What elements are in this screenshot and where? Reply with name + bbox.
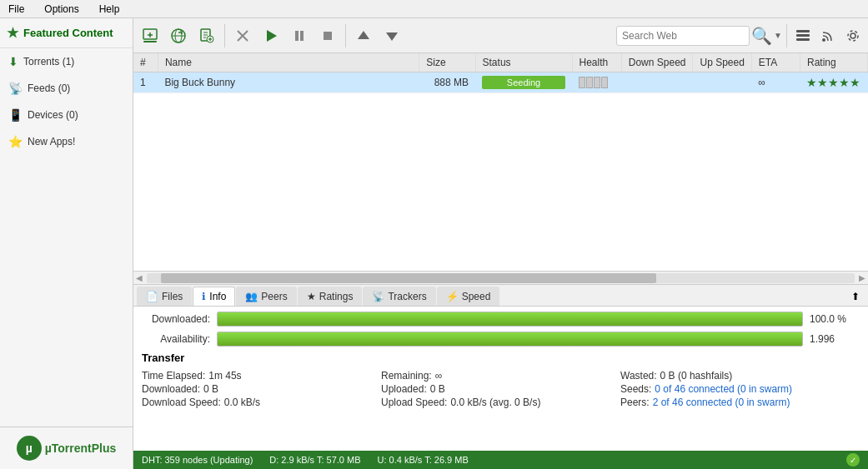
up-status: U: 0.4 kB/s T: 26.9 MB xyxy=(378,455,469,465)
row-rating: ★★★★★ xyxy=(800,72,867,93)
move-up-icon xyxy=(355,27,372,44)
sidebar: ★ Featured Content ⬇ Torrents (1) 📡 Feed… xyxy=(0,18,133,469)
tab-info[interactable]: ℹ Info xyxy=(193,287,235,306)
col-header-rating[interactable]: Rating xyxy=(800,53,867,72)
search-dropdown-icon[interactable]: ▼ xyxy=(774,31,782,40)
upload-speed-val: 0.0 kB/s (avg. 0 B/s) xyxy=(450,397,540,408)
torrents-label: Torrents (1) xyxy=(23,56,74,67)
files-tab-icon: 📄 xyxy=(146,291,158,302)
move-down-icon xyxy=(384,27,400,44)
sidebar-item-torrents[interactable]: ⬇ Torrents (1) xyxy=(0,48,133,75)
scroll-right-arrow[interactable]: ▶ xyxy=(856,273,868,282)
rss-icon xyxy=(820,28,835,43)
menu-help[interactable]: Help xyxy=(94,2,125,17)
uploaded-item: Uploaded: 0 B xyxy=(381,382,620,396)
availability-row: Availability: 1.996 xyxy=(142,332,860,347)
svg-marker-18 xyxy=(267,30,277,42)
list-view-icon xyxy=(795,28,810,43)
pause-icon xyxy=(291,27,308,44)
svg-marker-23 xyxy=(386,32,398,41)
tab-speed[interactable]: ⚡ Speed xyxy=(437,287,500,306)
move-up-button[interactable] xyxy=(350,22,377,49)
uploaded-key: Uploaded: xyxy=(381,383,427,395)
view-list-button[interactable] xyxy=(791,24,815,47)
row-eta: ∞ xyxy=(751,72,800,93)
add-torrent-button[interactable] xyxy=(137,22,163,49)
scroll-left-arrow[interactable]: ◀ xyxy=(133,273,145,282)
rss-button[interactable] xyxy=(816,24,840,47)
sidebar-item-devices[interactable]: 📱 Devices (0) xyxy=(0,102,133,128)
create-torrent-button[interactable] xyxy=(193,22,220,49)
transfer-col-3: Wasted: 0 B (0 hashfails) Seeds: 0 of 46… xyxy=(620,369,860,409)
devices-icon: 📱 xyxy=(8,108,23,122)
add-url-icon xyxy=(170,27,187,44)
downloaded-key: Downloaded: xyxy=(142,383,200,395)
availability-val: 1.996 xyxy=(810,333,860,345)
row-up xyxy=(693,72,751,93)
main-layout: ★ Featured Content ⬇ Torrents (1) 📡 Feed… xyxy=(0,18,868,469)
time-elapsed-item: Time Elapsed: 1m 45s xyxy=(142,369,381,382)
torrent-scroll[interactable]: # Name Size Status Health Down Speed Up … xyxy=(133,53,868,271)
add-torrent-icon xyxy=(142,27,158,44)
col-header-num[interactable]: # xyxy=(133,53,158,72)
wasted-val: 0 B (0 hashfails) xyxy=(660,370,733,382)
row-name: Big Buck Bunny xyxy=(158,72,419,93)
add-url-button[interactable] xyxy=(165,22,192,49)
logo-icon: µ xyxy=(17,436,42,461)
upload-speed-item: Upload Speed: 0.0 kB/s (avg. 0 B/s) xyxy=(381,396,620,409)
sidebar-item-feeds[interactable]: 📡 Feeds (0) xyxy=(0,75,133,102)
rating-stars: ★★★★★ xyxy=(806,76,860,89)
col-header-status[interactable]: Status xyxy=(475,53,572,72)
menu-file[interactable]: File xyxy=(3,2,29,17)
torrent-table: # Name Size Status Health Down Speed Up … xyxy=(133,53,868,93)
row-size: 888 MB xyxy=(419,72,475,93)
peers-tab-label: Peers xyxy=(261,291,287,302)
info-tab-label: Info xyxy=(209,291,226,302)
start-button[interactable] xyxy=(258,22,284,49)
horizontal-scrollbar[interactable] xyxy=(147,273,855,283)
row-health xyxy=(572,72,621,93)
pause-button[interactable] xyxy=(286,22,313,49)
stop-button[interactable] xyxy=(314,22,341,49)
files-tab-label: Files xyxy=(162,291,183,302)
feeds-label: Feeds (0) xyxy=(28,82,70,94)
menu-options[interactable]: Options xyxy=(39,2,83,17)
table-row[interactable]: 1 Big Buck Bunny 888 MB Seeding xyxy=(133,72,868,93)
svg-rect-25 xyxy=(796,34,810,37)
col-header-health[interactable]: Health xyxy=(572,53,621,72)
tab-trackers[interactable]: 📡 Trackers xyxy=(363,287,435,306)
horizontal-scrollbar-area: ◀ ▶ xyxy=(133,271,868,284)
toolbar: 🔍 ▼ xyxy=(133,18,868,53)
downloaded-val: 0 B xyxy=(203,383,218,395)
col-header-up[interactable]: Up Speed xyxy=(693,53,751,72)
devices-label: Devices (0) xyxy=(28,109,78,121)
col-header-down[interactable]: Down Speed xyxy=(621,53,693,72)
info-tab-icon: ℹ xyxy=(202,291,206,302)
col-header-name[interactable]: Name xyxy=(158,53,419,72)
sidebar-featured[interactable]: ★ Featured Content xyxy=(0,18,133,48)
tab-files[interactable]: 📄 Files xyxy=(137,287,192,306)
sidebar-item-newapps[interactable]: ⭐ New Apps! xyxy=(0,128,133,155)
downloaded-progress-bar xyxy=(217,312,803,327)
col-header-eta[interactable]: ETA xyxy=(751,53,800,72)
remaining-key: Remaining: xyxy=(381,370,432,382)
sidebar-spacer xyxy=(0,155,133,427)
availability-progress-fill xyxy=(218,332,802,346)
scrollbar-thumb xyxy=(161,273,656,283)
tab-peers[interactable]: 👥 Peers xyxy=(236,287,296,306)
stop-icon xyxy=(319,27,336,44)
search-input[interactable] xyxy=(616,26,750,46)
settings-button[interactable] xyxy=(841,24,865,47)
move-down-button[interactable] xyxy=(379,22,405,49)
remove-button[interactable] xyxy=(229,22,256,49)
sidebar-logo: µ µTorrentPlus xyxy=(0,427,133,469)
availability-progress-bar xyxy=(217,332,803,347)
health-bar-4 xyxy=(601,77,608,88)
downloaded-row: Downloaded: 100.0 % xyxy=(142,312,860,327)
col-header-size[interactable]: Size xyxy=(419,53,475,72)
panel-expand-button[interactable]: ⬆ xyxy=(846,289,865,304)
wasted-item: Wasted: 0 B (0 hashfails) xyxy=(620,369,860,382)
tab-ratings[interactable]: ★ Ratings xyxy=(298,287,363,306)
search-go-icon[interactable]: 🔍 xyxy=(751,26,772,46)
connection-ok-icon: ✓ xyxy=(846,453,860,467)
